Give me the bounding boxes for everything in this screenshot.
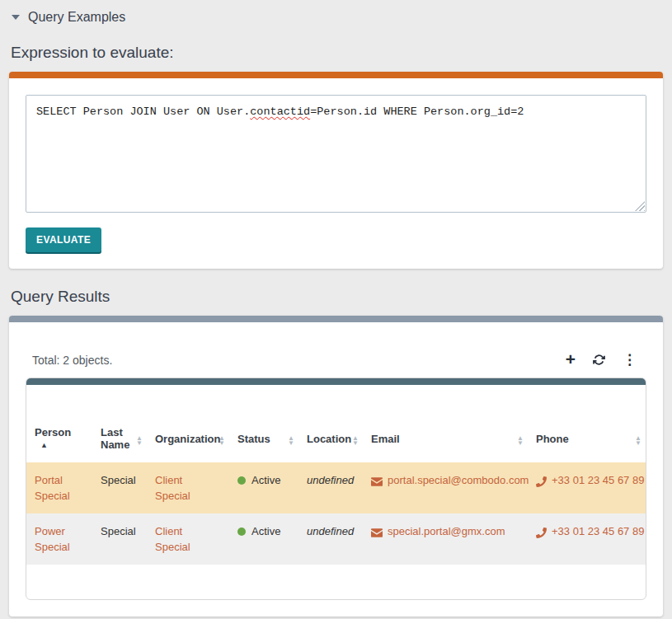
column-header-last-name[interactable]: Last Name▲▼	[92, 420, 147, 462]
query-examples-title: Query Examples	[28, 10, 125, 25]
table-row: Power Special Special Client Special Act…	[26, 513, 646, 565]
envelope-icon	[371, 473, 383, 489]
results-panel-body: Total: 2 objects. + ⋮	[9, 322, 663, 617]
column-header-location[interactable]: Location▲▼	[298, 420, 363, 462]
kebab-menu-icon[interactable]: ⋮	[623, 353, 637, 367]
expression-heading: Expression to evaluate:	[11, 44, 661, 62]
evaluate-button[interactable]: EVALUATE	[26, 227, 101, 252]
column-header-organization[interactable]: Organization▲▼	[147, 420, 229, 462]
status-cell: Active	[229, 462, 298, 513]
phone-link[interactable]: +33 01 23 45 67 89	[552, 525, 644, 537]
expression-text-post: =Person.id WHERE Person.org_id=2	[310, 106, 524, 118]
table-header-row: Person▲ Last Name▲▼ Organization▲▼ Statu…	[26, 420, 646, 462]
location-cell: undefined	[307, 525, 354, 537]
total-objects-label: Total: 2 objects.	[32, 354, 112, 367]
phone-icon	[536, 524, 547, 540]
results-actions: + ⋮	[566, 352, 643, 368]
expression-panel: SELECT Person JOIN User ON User.contacti…	[9, 72, 663, 269]
sort-both-icon: ▲▼	[517, 436, 524, 446]
sort-both-icon: ▲▼	[136, 436, 143, 446]
column-header-phone[interactable]: Phone▲▼	[528, 420, 646, 462]
location-cell: undefined	[307, 474, 354, 486]
sort-ascending-icon: ▲	[40, 441, 48, 449]
results-table: Person▲ Last Name▲▼ Organization▲▼ Statu…	[26, 420, 646, 565]
results-toolbar: Total: 2 objects. + ⋮	[26, 339, 646, 377]
status-cell: Active	[229, 513, 298, 565]
add-object-icon[interactable]: +	[566, 350, 576, 368]
column-label: Email	[371, 433, 400, 445]
status-label: Active	[251, 525, 280, 537]
table-row: Portal Special Special Client Special Ac…	[26, 462, 646, 513]
expression-textarea[interactable]: SELECT Person JOIN User ON User.contacti…	[26, 95, 646, 213]
sort-both-icon: ▲▼	[352, 436, 359, 446]
column-label: Last Name	[101, 426, 129, 451]
column-label: Organization	[155, 433, 220, 445]
status-active-dot-icon	[237, 476, 246, 485]
organization-link[interactable]: Client Special	[155, 474, 190, 502]
phone-link[interactable]: +33 01 23 45 67 89	[552, 474, 644, 486]
page: Query Examples Expression to evaluate: S…	[0, 0, 672, 617]
status-label: Active	[251, 474, 280, 486]
resize-grip-icon[interactable]	[635, 201, 645, 211]
email-link[interactable]: portal.special@combodo.com	[388, 474, 529, 486]
query-examples-toggle[interactable]: Query Examples	[9, 7, 663, 25]
table-top-spacer	[26, 385, 646, 420]
person-link[interactable]: Power Special	[35, 525, 70, 553]
results-heading: Query Results	[11, 288, 661, 306]
expression-misspelled-word: contactid	[250, 106, 310, 118]
expression-text-pre: SELECT Person JOIN User ON User.	[36, 106, 250, 118]
column-label: Person	[35, 426, 71, 438]
results-table-container: Person▲ Last Name▲▼ Organization▲▼ Statu…	[26, 377, 646, 600]
table-accent-bar	[26, 378, 646, 385]
phone-icon	[536, 473, 547, 489]
last-name-cell: Special	[92, 513, 147, 565]
column-header-email[interactable]: Email▲▼	[363, 420, 528, 462]
results-panel: Total: 2 objects. + ⋮	[9, 316, 663, 617]
refresh-icon[interactable]	[593, 354, 605, 366]
organization-link[interactable]: Client Special	[155, 525, 190, 553]
column-label: Location	[307, 433, 351, 445]
expression-panel-body: SELECT Person JOIN User ON User.contacti…	[9, 78, 663, 269]
sort-both-icon: ▲▼	[219, 436, 225, 446]
table-bottom-spacer	[26, 565, 646, 599]
sort-both-icon: ▲▼	[635, 436, 641, 446]
column-label: Status	[237, 433, 270, 445]
column-header-status[interactable]: Status▲▼	[229, 420, 298, 462]
last-name-cell: Special	[92, 462, 147, 513]
envelope-icon	[371, 524, 383, 540]
person-link[interactable]: Portal Special	[35, 474, 70, 502]
column-header-person[interactable]: Person▲	[26, 420, 92, 462]
expression-accent-bar	[9, 72, 663, 78]
column-label: Phone	[536, 433, 569, 445]
email-link[interactable]: special.portal@gmx.com	[388, 525, 505, 537]
collapse-caret-icon	[12, 15, 20, 20]
status-active-dot-icon	[237, 528, 246, 536]
results-accent-bar	[9, 316, 663, 322]
sort-both-icon: ▲▼	[288, 436, 294, 446]
